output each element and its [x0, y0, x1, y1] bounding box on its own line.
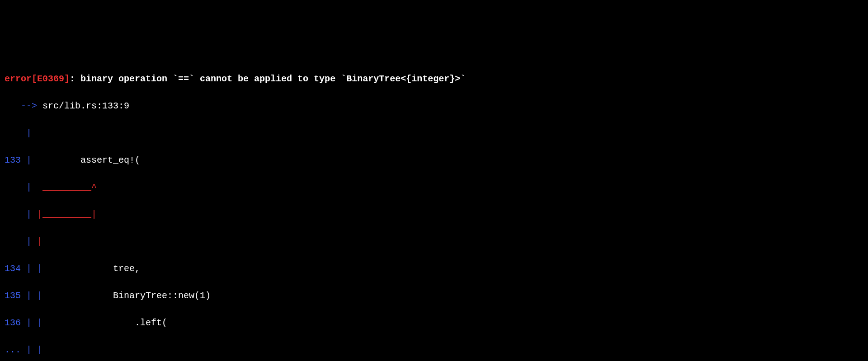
- code-line-136: 136 | | .left(: [5, 316, 863, 330]
- dots: ... | |: [5, 345, 42, 355]
- code-line-134: 134 | | tree,: [5, 262, 863, 276]
- pipe: |: [32, 236, 42, 247]
- error-message: : binary operation `==` cannot be applie…: [70, 74, 466, 84]
- caret-underline: _________^: [32, 182, 97, 192]
- line-number: 136 | |: [5, 318, 42, 328]
- caret-line: | |_________|: [5, 208, 863, 221]
- line-number: 134 | |: [5, 263, 42, 274]
- location-line: --> src/lib.rs:133:9: [5, 99, 863, 113]
- error-prefix: error: [5, 74, 32, 84]
- pipe-line: | |: [5, 235, 863, 248]
- code-line-135: 135 | | BinaryTree::new(1): [5, 289, 863, 303]
- location-arrow: -->: [5, 101, 42, 111]
- error-code: [E0369]: [32, 74, 70, 84]
- caret-underline: |_________|: [32, 209, 97, 220]
- caret-line: | _________^: [5, 181, 863, 194]
- code-text: BinaryTree::new(1): [42, 291, 211, 301]
- line-number: 135 | |: [5, 291, 42, 301]
- line-number: 133 |: [5, 155, 32, 165]
- gutter-empty: |: [5, 127, 863, 140]
- code-text: assert_eq!(: [32, 155, 140, 165]
- error-header: error[E0369]: binary operation `==` cann…: [5, 72, 863, 86]
- code-line-dots: ... | |: [5, 343, 863, 357]
- code-text: .left(: [42, 318, 167, 328]
- code-line-133: 133 | assert_eq!(: [5, 154, 863, 167]
- terminal-output: error[E0369]: binary operation `==` cann…: [5, 59, 863, 361]
- code-text: tree,: [42, 263, 140, 274]
- location-path: src/lib.rs:133:9: [42, 101, 129, 111]
